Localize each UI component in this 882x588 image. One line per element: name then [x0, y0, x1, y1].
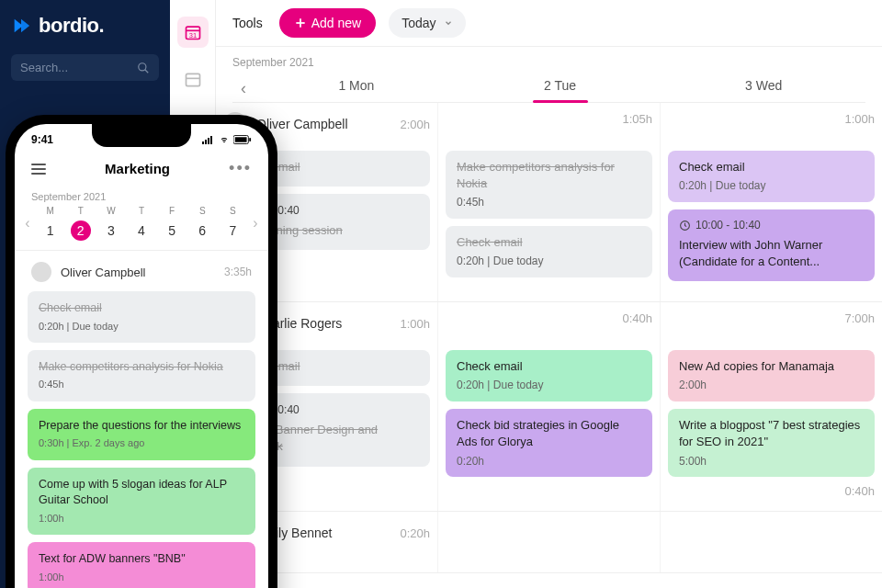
calendar-tool-icon[interactable]: 31 [177, 17, 209, 48]
card-title: New Ad copies for Manamaja [679, 358, 864, 375]
day-header-mon[interactable]: 1 Mon [254, 74, 458, 102]
svg-rect-13 [210, 136, 212, 144]
search-input[interactable]: Search... [11, 54, 159, 81]
search-icon [137, 62, 150, 74]
card-meta: 0:30h | Exp. 2 days ago [39, 436, 244, 450]
hours-label: 0:20h [400, 526, 430, 540]
card-meta: 1:00h [39, 571, 244, 584]
card-title: Come up with 5 slogan ideas for ALP Guit… [39, 477, 244, 509]
hours-label: 7:00h [668, 311, 875, 325]
phone-day[interactable]: T2 [65, 206, 96, 241]
phone-day[interactable]: F5 [157, 206, 187, 241]
card-meta: 5:00h [679, 454, 864, 469]
phone-week-row: ‹M1T2W3T4F5S6S7› [15, 202, 268, 251]
task-card[interactable]: Write a blogpost "7 best strategies for … [668, 409, 875, 477]
svg-rect-12 [208, 138, 209, 144]
phone-mockup: 9:41 Marketing ••• September 2021 ‹M1T2W… [6, 115, 277, 588]
card-meta: 0:20h [457, 454, 641, 469]
card-title: Make competitors analysis for Nokia [457, 159, 641, 192]
chevron-down-icon [444, 18, 453, 28]
card-meta: 0:45h [457, 195, 641, 210]
avatar [31, 262, 51, 282]
svg-rect-16 [249, 138, 251, 141]
phone-person-name: Oliver Campbell [61, 266, 145, 279]
task-card[interactable]: Check email0:20h | Due today [668, 151, 875, 202]
phone-day[interactable]: S7 [218, 206, 248, 241]
prev-week-button[interactable]: ‹ [232, 79, 254, 98]
tools-label: Tools [232, 16, 263, 30]
phone-person-header: Oliver Campbell 3:35h [15, 251, 268, 291]
svg-text:31: 31 [188, 31, 196, 40]
phone-month-label: September 2021 [15, 187, 268, 202]
logo: bordio. [11, 14, 159, 38]
hours-label: 1:00h [668, 112, 875, 126]
phone-day[interactable]: T4 [126, 206, 156, 241]
task-card[interactable]: Check email0:20h | Due today [446, 226, 652, 277]
card-meta: 0:20h | Due today [679, 178, 864, 194]
day-header-wed[interactable]: 3 Wed [662, 74, 865, 102]
card-title: Check email [457, 358, 641, 375]
task-card[interactable]: Make competitors analysis for Nokia0:45h [28, 350, 255, 401]
task-card[interactable]: New Ad copies for Manamaja2:00h [668, 350, 875, 401]
phone-day[interactable]: W3 [96, 206, 126, 241]
add-new-button[interactable]: Add new [279, 8, 376, 38]
card-meta: 0:20h | Due today [457, 254, 641, 269]
board-icon [184, 71, 202, 89]
card-title: Text for ADW banners "BNB" [39, 551, 244, 568]
svg-rect-5 [186, 74, 199, 85]
phone-day[interactable]: S6 [187, 206, 218, 241]
phone-prev-week[interactable]: ‹ [20, 215, 35, 232]
svg-rect-10 [202, 141, 204, 144]
clock-icon [679, 220, 691, 232]
card-title: Make competitors analysis for Nokia [39, 359, 244, 376]
task-card[interactable]: Check bid strategies in Google Ads for G… [446, 409, 652, 477]
search-placeholder: Search... [20, 61, 68, 74]
task-card[interactable]: Text for ADW banners "BNB"1:00h [28, 542, 255, 588]
calendar-icon: 31 [184, 23, 202, 41]
plus-icon [294, 17, 307, 29]
card-meta: 0:20h | Due today [457, 378, 641, 393]
card-meta: 2:00h [679, 378, 864, 393]
phone-title: Marketing [105, 161, 170, 176]
more-icon[interactable]: ••• [229, 159, 252, 178]
card-title: Check email [39, 300, 244, 317]
hamburger-icon[interactable] [31, 164, 46, 175]
task-card[interactable]: Check email0:20h | Due today [28, 291, 255, 343]
day-header-tue[interactable]: 2 Tue [458, 74, 662, 102]
hours-label: 1:00h [400, 317, 430, 331]
phone-next-week[interactable]: › [248, 215, 263, 232]
task-card[interactable]: Prepare the questions for the interviews… [28, 409, 255, 460]
phone-notch [92, 124, 191, 147]
svg-line-1 [145, 69, 149, 73]
card-title: Check bid strategies in Google Ads for G… [457, 417, 641, 450]
card-meta: 1:00h [39, 512, 244, 526]
phone-day[interactable]: M1 [35, 206, 65, 241]
month-label: September 2021 [232, 56, 865, 69]
card-title: Write a blogpost "7 best strategies for … [679, 417, 864, 450]
battery-icon [233, 135, 252, 144]
hours-label: 0:40h [446, 311, 652, 325]
phone-card-list: Check email0:20h | Due todayMake competi… [15, 291, 268, 588]
svg-point-0 [139, 62, 146, 70]
card-title: Check email [679, 159, 864, 175]
task-card[interactable]: Check email0:20h | Due today [446, 350, 652, 401]
task-card[interactable]: Come up with 5 slogan ideas for ALP Guit… [28, 468, 255, 535]
svg-rect-15 [235, 137, 247, 141]
phone-person-hours: 3:35h [224, 266, 252, 278]
task-card[interactable]: Make competitors analysis for Nokia0:45h [446, 151, 652, 219]
today-button[interactable]: Today [389, 8, 465, 38]
task-card[interactable]: 10:00 - 10:40Interview with John Warner … [668, 209, 875, 281]
wifi-icon [218, 135, 231, 144]
hours-label: 1:05h [446, 112, 652, 126]
svg-rect-11 [205, 140, 207, 144]
phone-clock: 9:41 [31, 133, 53, 146]
card-title: Prepare the questions for the interviews [39, 418, 244, 435]
board-tool-icon[interactable] [177, 64, 209, 96]
card-title: Check email [457, 234, 641, 251]
topbar: Tools Add new Today [216, 0, 882, 47]
time-badge: 10:00 - 10:40 [679, 218, 761, 233]
card-meta: 0:20h | Due today [39, 320, 244, 334]
card-meta: 0:45h [39, 378, 244, 391]
hours-label: 2:00h [400, 118, 430, 131]
card-title: Interview with John Warner (Candidate fo… [679, 237, 864, 270]
